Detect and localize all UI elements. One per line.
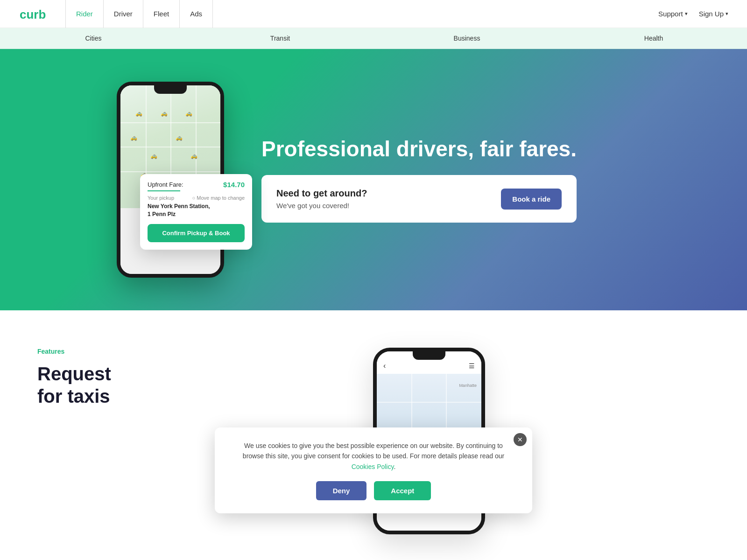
features-label: Features [37, 348, 111, 355]
secondary-nav-business[interactable]: Business [374, 28, 560, 49]
support-button[interactable]: Support ▾ [658, 10, 688, 18]
hero-title: Professional drivers, fair fares. [261, 137, 577, 161]
accept-button[interactable]: Accept [374, 481, 431, 500]
nav-right-actions: Support ▾ Sign Up ▾ [658, 10, 728, 18]
cta-subtitle: We've got you covered! [276, 202, 367, 210]
cookie-close-button[interactable]: ✕ [514, 433, 527, 446]
cookie-actions: Deny Accept [233, 481, 514, 500]
support-chevron-icon: ▾ [685, 11, 688, 17]
deny-button[interactable]: Deny [316, 481, 367, 500]
top-navigation: curb Rider Driver Fleet Ads Support ▾ Si… [0, 0, 747, 28]
green-divider [148, 190, 180, 191]
phone2-notch [413, 351, 445, 360]
clock-icon: ○ [192, 195, 196, 201]
fare-price: $14.70 [223, 181, 245, 189]
primary-nav-links: Rider Driver Fleet Ads [65, 0, 213, 28]
taxi-icon: 🚕 [185, 110, 192, 117]
taxi-icon: 🚕 [130, 134, 137, 141]
menu-icon[interactable]: ☰ [469, 362, 475, 370]
manhattan-label: Manhatte [459, 383, 477, 388]
cta-question: Need to get around? [276, 188, 367, 199]
secondary-navigation: Cities Transit Business Health [0, 28, 747, 49]
hero-phone-mockup: 🚕 🚕 🚕 🚕 🚕 🚕 🚕 🚕 KOREATOWN Upfront F [117, 82, 224, 278]
signup-button[interactable]: Sign Up ▾ [699, 10, 728, 18]
signup-chevron-icon: ▾ [726, 11, 728, 17]
pickup-address: New York Penn Station, 1 Penn Plz [148, 203, 245, 218]
move-map-label: ○ Move map to change [192, 195, 245, 201]
nav-rider[interactable]: Rider [66, 0, 104, 28]
cookie-text: We use cookies to give you the best poss… [233, 441, 514, 472]
nav-fleet[interactable]: Fleet [143, 0, 180, 28]
nav-driver[interactable]: Driver [104, 0, 143, 28]
hero-right-content: Professional drivers, fair fares. Need t… [261, 137, 577, 223]
taxi-icon: 🚕 [190, 153, 197, 159]
taxi-icon: 🚕 [135, 110, 142, 117]
secondary-nav-health[interactable]: Health [560, 28, 747, 49]
upfront-label: Upfront Fare: [148, 181, 183, 188]
back-icon[interactable]: ‹ [383, 362, 386, 370]
features-title: Request for taxis [37, 363, 111, 407]
taxi-icon: 🚕 [161, 110, 168, 117]
cookie-banner: ✕ We use cookies to give you the best po… [215, 427, 532, 513]
taxi-icon: 🚕 [150, 153, 157, 159]
fare-card: Upfront Fare: $14.70 Your pickup ○ Move … [140, 174, 252, 250]
cta-text: Need to get around? We've got you covere… [276, 188, 367, 210]
confirm-pickup-button[interactable]: Confirm Pickup & Book [148, 224, 245, 242]
features-left: Features Request for taxis [37, 348, 111, 407]
brand-logo[interactable]: curb [19, 6, 56, 22]
secondary-nav-cities[interactable]: Cities [0, 28, 187, 49]
book-ride-button[interactable]: Book a ride [501, 189, 562, 210]
cookies-policy-link[interactable]: Cookies Policy [352, 463, 394, 470]
your-pickup-label: Your pickup [148, 195, 174, 201]
hero-section: 🚕 🚕 🚕 🚕 🚕 🚕 🚕 🚕 KOREATOWN Upfront F [0, 49, 747, 310]
svg-text:curb: curb [20, 7, 46, 21]
taxi-icon: 🚕 [176, 134, 183, 141]
phone-notch [154, 85, 187, 94]
secondary-nav-transit[interactable]: Transit [187, 28, 374, 49]
nav-ads[interactable]: Ads [180, 0, 213, 28]
hero-cta-card: Need to get around? We've got you covere… [261, 175, 577, 223]
